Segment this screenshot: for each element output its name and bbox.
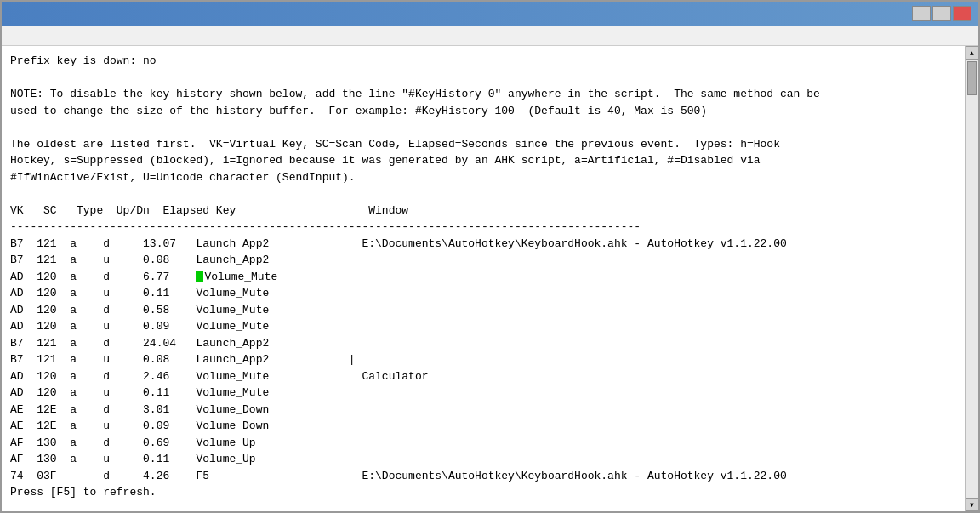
close-button[interactable] (953, 6, 971, 21)
menu-help[interactable] (39, 35, 46, 37)
menu-view[interactable] (22, 35, 29, 37)
main-window: Prefix key is down: no NOTE: To disable … (0, 0, 980, 513)
scroll-track[interactable] (966, 60, 978, 498)
scroll-thumb[interactable] (967, 61, 977, 95)
menu-bar (2, 26, 978, 46)
content-area: Prefix key is down: no NOTE: To disable … (2, 46, 978, 511)
vertical-scrollbar[interactable]: ▲ ▼ (965, 46, 978, 511)
menu-file[interactable] (5, 35, 12, 37)
title-bar (2, 2, 978, 26)
title-bar-buttons (912, 6, 971, 21)
scroll-down-button[interactable]: ▼ (966, 498, 979, 511)
minimize-button[interactable] (912, 6, 931, 21)
text-content[interactable]: Prefix key is down: no NOTE: To disable … (2, 46, 965, 511)
maximize-button[interactable] (932, 6, 951, 21)
scroll-up-button[interactable]: ▲ (966, 46, 979, 60)
